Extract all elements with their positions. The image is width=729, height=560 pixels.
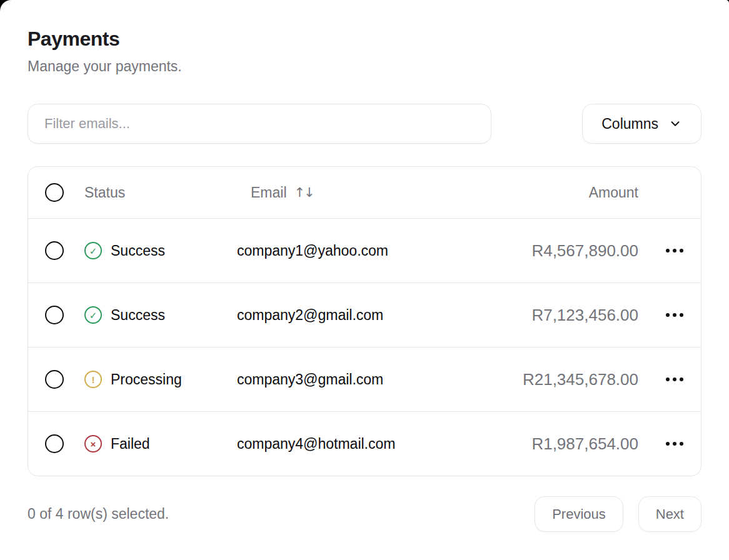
payments-table: Status Email ↑↓ Amount ✓ Success company… bbox=[28, 166, 701, 476]
circle-x-icon: × bbox=[84, 435, 102, 452]
row-amount-cell: R1,987,654.00 bbox=[443, 434, 648, 454]
row-email-cell: company3@gmail.com bbox=[237, 371, 443, 388]
row-actions-cell bbox=[648, 306, 701, 324]
table-row: ✓ Success company1@yahoo.com R4,567,890.… bbox=[28, 218, 701, 282]
next-button[interactable]: Next bbox=[638, 496, 701, 532]
row-status-label: Failed bbox=[111, 436, 150, 452]
column-header-status-label: Status bbox=[84, 184, 125, 201]
row-email: company1@yahoo.com bbox=[237, 242, 388, 259]
page-header: Payments Manage your payments. bbox=[28, 28, 701, 75]
row-email: company2@gmail.com bbox=[237, 307, 383, 324]
table-row: ✓ Success company2@gmail.com R7,123,456.… bbox=[28, 282, 701, 347]
columns-button[interactable]: Columns bbox=[582, 104, 701, 144]
circle-check-icon: ✓ bbox=[84, 306, 102, 324]
select-all-checkbox[interactable] bbox=[45, 183, 64, 202]
select-all-cell bbox=[28, 183, 82, 202]
row-checkbox[interactable] bbox=[45, 434, 64, 453]
ellipsis-icon bbox=[665, 441, 685, 446]
ellipsis-icon bbox=[665, 312, 685, 318]
row-select-cell bbox=[28, 241, 82, 260]
row-status-cell: ✓ Success bbox=[82, 242, 237, 259]
row-email-cell: company2@gmail.com bbox=[237, 307, 443, 324]
table-footer: 0 of 4 row(s) selected. Previous Next bbox=[28, 496, 701, 532]
circle-alert-icon: ! bbox=[84, 371, 102, 388]
row-select-cell bbox=[28, 370, 82, 389]
row-checkbox[interactable] bbox=[45, 306, 64, 324]
row-email: company4@hotmail.com bbox=[237, 436, 395, 452]
row-amount-cell: R4,567,890.00 bbox=[443, 241, 648, 261]
ellipsis-icon bbox=[665, 248, 685, 253]
previous-button[interactable]: Previous bbox=[535, 496, 623, 532]
row-amount-cell: R21,345,678.00 bbox=[443, 370, 648, 389]
row-amount-cell: R7,123,456.00 bbox=[443, 306, 648, 325]
row-select-cell bbox=[28, 306, 82, 324]
filter-emails-input[interactable] bbox=[28, 104, 491, 144]
row-amount: R21,345,678.00 bbox=[523, 370, 638, 389]
column-header-amount: Amount bbox=[443, 184, 648, 201]
page-subtitle: Manage your payments. bbox=[28, 58, 701, 75]
column-header-status: Status bbox=[82, 184, 237, 201]
payments-panel: Payments Manage your payments. Columns S… bbox=[0, 0, 729, 560]
chevron-down-icon bbox=[668, 117, 682, 131]
table-body: ✓ Success company1@yahoo.com R4,567,890.… bbox=[28, 218, 701, 476]
table-row: ! Processing company3@gmail.com R21,345,… bbox=[28, 347, 701, 411]
table-toolbar: Columns bbox=[28, 104, 701, 144]
row-checkbox[interactable] bbox=[45, 241, 64, 260]
arrow-up-down-icon: ↑↓ bbox=[294, 185, 314, 200]
page-title: Payments bbox=[28, 28, 701, 51]
row-status-label: Processing bbox=[111, 371, 182, 388]
row-actions-button[interactable] bbox=[658, 306, 691, 324]
row-status-label: Success bbox=[111, 242, 165, 259]
table-row: × Failed company4@hotmail.com R1,987,654… bbox=[28, 411, 701, 476]
row-status-cell: ✓ Success bbox=[82, 306, 237, 324]
columns-button-label: Columns bbox=[601, 116, 658, 132]
row-actions-button[interactable] bbox=[658, 435, 691, 452]
row-status-cell: ! Processing bbox=[82, 371, 237, 388]
table-header-row: Status Email ↑↓ Amount bbox=[28, 167, 701, 218]
row-select-cell bbox=[28, 434, 82, 453]
row-checkbox[interactable] bbox=[45, 370, 64, 389]
row-email: company3@gmail.com bbox=[237, 371, 383, 388]
ellipsis-icon bbox=[665, 377, 685, 382]
row-actions-cell bbox=[648, 242, 701, 259]
column-header-amount-label: Amount bbox=[589, 184, 638, 201]
circle-check-icon: ✓ bbox=[84, 242, 102, 259]
row-status-cell: × Failed bbox=[82, 435, 237, 452]
row-actions-button[interactable] bbox=[658, 371, 691, 388]
row-email-cell: company1@yahoo.com bbox=[237, 242, 443, 259]
row-status-label: Success bbox=[111, 307, 165, 324]
column-header-email[interactable]: Email ↑↓ bbox=[237, 184, 443, 201]
row-email-cell: company4@hotmail.com bbox=[237, 436, 443, 452]
row-amount: R7,123,456.00 bbox=[531, 306, 638, 325]
row-actions-button[interactable] bbox=[658, 242, 691, 259]
row-actions-cell bbox=[648, 371, 701, 388]
row-amount: R4,567,890.00 bbox=[531, 241, 638, 261]
selection-summary: 0 of 4 row(s) selected. bbox=[28, 506, 169, 522]
row-actions-cell bbox=[648, 435, 701, 452]
row-amount: R1,987,654.00 bbox=[531, 434, 638, 454]
pagination: Previous Next bbox=[535, 496, 701, 532]
column-header-email-label: Email bbox=[251, 184, 287, 201]
